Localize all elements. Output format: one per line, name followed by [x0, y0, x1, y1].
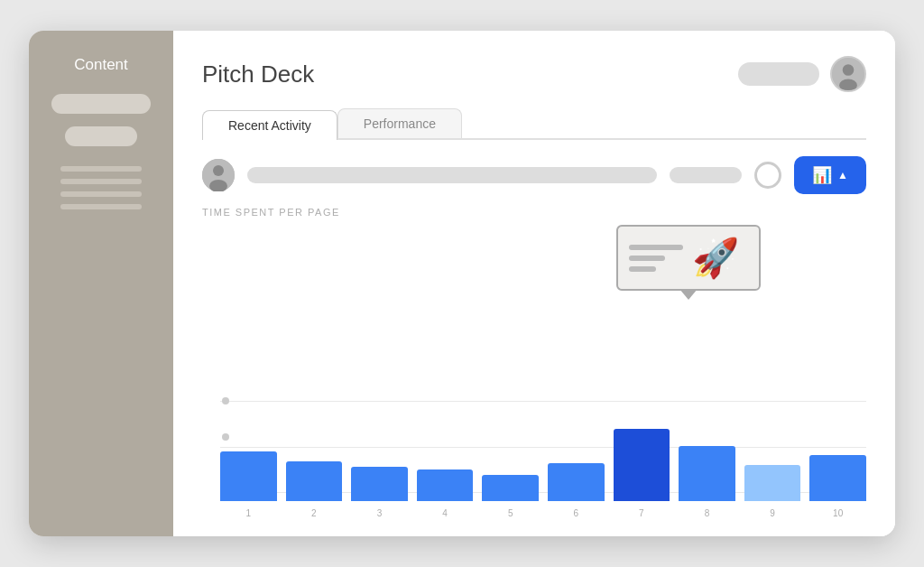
- bar-3[interactable]: [351, 467, 408, 501]
- bar-tooltip: 🚀: [616, 225, 761, 291]
- sidebar-divider-1: [60, 166, 142, 172]
- sidebar-pill-2: [65, 126, 137, 146]
- toolbar-radio-button[interactable]: [754, 162, 781, 189]
- bar-group: 6: [548, 463, 605, 518]
- tooltip-line-3: [629, 266, 656, 272]
- toolbar-filter-pill[interactable]: [670, 167, 742, 183]
- bar-label-10: 10: [833, 508, 843, 518]
- bar-chart: 12345678910: [202, 401, 866, 518]
- page-title: Pitch Deck: [202, 60, 314, 88]
- sidebar: Content: [29, 31, 173, 536]
- bar-group: 4: [417, 469, 474, 518]
- grid-dot-1: [222, 433, 229, 441]
- bar-label-4: 4: [442, 508, 448, 518]
- tooltip-lines: [629, 245, 683, 272]
- app-container: Content Pitch Deck: [29, 31, 895, 536]
- bar-label-1: 1: [246, 508, 252, 518]
- bar-label-6: 6: [573, 508, 578, 518]
- svg-point-4: [213, 165, 224, 176]
- sidebar-divider-2: [60, 179, 142, 184]
- sidebar-label: Content: [74, 56, 128, 74]
- tab-performance[interactable]: Performance: [337, 108, 462, 138]
- tabs-container: Recent Activity Performance: [202, 108, 866, 140]
- bar-label-2: 2: [311, 508, 317, 518]
- bar-chart-icon: 📊: [812, 165, 832, 185]
- bar-8[interactable]: [679, 446, 735, 501]
- sidebar-divider-4: [60, 204, 142, 209]
- header-action-pill[interactable]: [738, 62, 819, 86]
- bar-label-8: 8: [705, 508, 710, 518]
- header-right: [738, 56, 866, 92]
- bar-6[interactable]: [548, 463, 605, 501]
- bar-label-5: 5: [508, 508, 513, 518]
- rocket-icon: 🚀: [692, 236, 739, 280]
- bar-9[interactable]: [744, 465, 801, 501]
- toolbar: 📊 ▲: [202, 156, 866, 194]
- bar-4[interactable]: [417, 469, 474, 501]
- bar-group: 7: [614, 429, 670, 518]
- bar-7[interactable]: [614, 429, 670, 501]
- main-panel: Pitch Deck Recent Activity Performance: [173, 31, 895, 536]
- toolbar-chart-button[interactable]: 📊 ▲: [794, 156, 866, 194]
- bar-group: 10: [809, 455, 866, 518]
- bar-group: 3: [351, 467, 408, 518]
- bar-1[interactable]: [220, 451, 277, 501]
- grid-dot-0: [222, 397, 229, 404]
- grid-line-mid: [220, 447, 866, 448]
- svg-point-1: [843, 64, 855, 76]
- toolbar-progress-bar: [247, 167, 657, 183]
- chart-section-label: TIME SPENT PER PAGE: [202, 207, 866, 218]
- bar-label-7: 7: [639, 508, 644, 518]
- tab-recent-activity[interactable]: Recent Activity: [202, 110, 337, 140]
- bar-10[interactable]: [809, 455, 866, 501]
- bar-group: 2: [286, 461, 343, 518]
- tooltip-line-1: [629, 245, 683, 250]
- bar-group: 8: [679, 446, 735, 518]
- bar-group: 1: [220, 451, 277, 518]
- chevron-up-icon: ▲: [837, 169, 848, 181]
- bar-label-3: 3: [377, 508, 383, 518]
- bar-2[interactable]: [286, 461, 343, 501]
- bar-group: 9: [744, 465, 801, 518]
- toolbar-user-avatar: [202, 159, 235, 191]
- grid-line-top: [220, 401, 866, 402]
- bar-label-9: 9: [770, 508, 775, 518]
- header: Pitch Deck: [202, 56, 866, 92]
- tooltip-line-2: [629, 256, 665, 261]
- chart-area: TIME SPENT PER PAGE 🚀: [202, 207, 866, 518]
- header-avatar[interactable]: [830, 56, 866, 92]
- chart-wrapper: 🚀 12345678910: [202, 225, 866, 518]
- sidebar-divider-3: [60, 191, 142, 197]
- bar-group: 5: [482, 475, 539, 518]
- bar-5[interactable]: [482, 475, 539, 501]
- sidebar-pill-1: [51, 94, 151, 114]
